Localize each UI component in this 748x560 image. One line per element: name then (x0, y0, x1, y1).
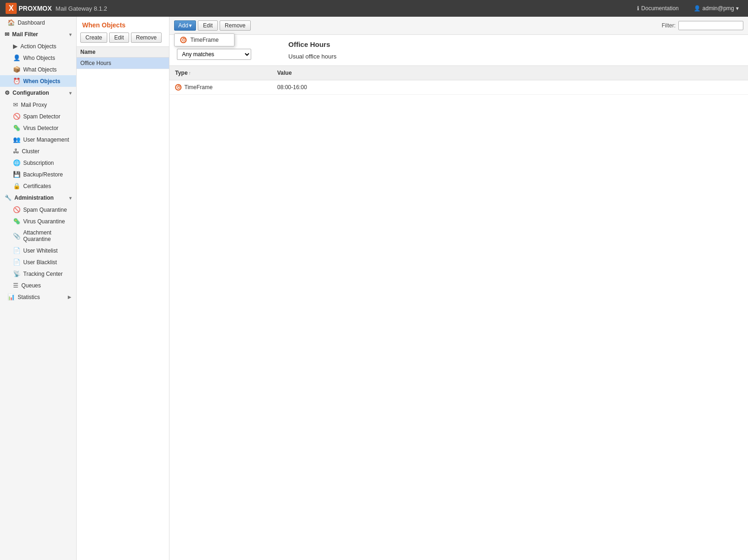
sidebar-item-user-whitelist[interactable]: 📄 User Whitelist (0, 245, 76, 256)
detail-toolbar: Add ▾ ⏱ TimeFrame Edit Remove Filter: (169, 17, 748, 35)
panel-title: When Objects (77, 17, 169, 33)
list-panel: When Objects Create Edit Remove Name Off… (77, 17, 169, 560)
type-cell: ⏱ TimeFrame (169, 82, 272, 92)
object-name: Office Hours (288, 40, 337, 48)
sidebar-item-certificates[interactable]: 🔒 Certificates (0, 180, 76, 192)
panel-toolbar: Create Edit Remove (77, 33, 169, 46)
filter-input[interactable] (678, 21, 743, 30)
type-value: TimeFrame (184, 84, 213, 91)
add-button[interactable]: Add ▾ (174, 20, 196, 31)
sidebar-item-spam-detector[interactable]: 🚫 Spam Detector (0, 111, 76, 122)
administration-icon: 🔧 (5, 195, 12, 201)
add-dropdown: ⏱ TimeFrame (174, 33, 234, 46)
documentation-label: Documentation (641, 5, 679, 12)
type-header-label: Type (175, 70, 188, 76)
sidebar-item-dashboard[interactable]: 🏠 Dashboard (0, 17, 76, 28)
sidebar-item-label: Spam Quarantine (23, 207, 67, 213)
sidebar-item-attachment-quarantine[interactable]: 📎 Attachment Quarantine (0, 227, 76, 245)
chevron-down-icon: ▾ (736, 5, 739, 12)
sidebar-item-label: Spam Detector (23, 113, 60, 120)
virus-detector-icon: 🦠 (13, 124, 20, 131)
edit-button[interactable]: Edit (109, 33, 129, 43)
chevron-icon: ▾ (69, 32, 72, 37)
sidebar-item-user-blacklist[interactable]: 📄 User Blacklist (0, 256, 76, 268)
chevron-icon: ▶ (68, 294, 72, 300)
type-column-header[interactable]: Type ↑ (169, 68, 272, 78)
logo-x-icon: X (6, 3, 17, 14)
dropdown-item-label: TimeFrame (190, 37, 219, 43)
cluster-icon: 🖧 (13, 148, 19, 155)
header-left: X PROXMOX Mail Gateway 8.1.2 (6, 3, 107, 14)
sidebar-item-action-objects[interactable]: ▶ Action Objects (0, 40, 76, 52)
sidebar-item-what-objects[interactable]: 📦 What Objects (0, 64, 76, 75)
user-whitelist-icon: 📄 (13, 247, 20, 254)
admin-button[interactable]: 👤 admin@pmg ▾ (690, 3, 742, 13)
detail-edit-button[interactable]: Edit (198, 20, 218, 31)
sidebar-item-label: Attachment Quarantine (23, 229, 72, 242)
sidebar-item-cluster[interactable]: 🖧 Cluster (0, 145, 76, 157)
sidebar-item-user-management[interactable]: 👥 User Management (0, 134, 76, 145)
sidebar-item-when-objects[interactable]: ⏰ When Objects (0, 75, 76, 87)
action-objects-icon: ▶ (13, 43, 18, 50)
detail-remove-button[interactable]: Remove (220, 20, 251, 31)
sidebar-item-virus-detector[interactable]: 🦠 Virus Detector (0, 122, 76, 134)
match-if-select[interactable]: Any matches All match None match (177, 49, 251, 60)
sidebar-section-mail-filter[interactable]: ✉ Mail Filter ▾ (0, 28, 76, 40)
certificates-icon: 🔒 (13, 182, 20, 189)
sidebar-section-administration[interactable]: 🔧 Administration ▾ (0, 192, 76, 204)
attachment-quarantine-icon: 📎 (13, 233, 20, 240)
sidebar-item-label: User Whitelist (23, 247, 58, 254)
sidebar-item-who-objects[interactable]: 👤 Who Objects (0, 52, 76, 64)
value-text: 08:00-16:00 (277, 84, 307, 91)
sidebar-item-tracking-center[interactable]: 📡 Tracking Center (0, 268, 76, 280)
documentation-button[interactable]: ℹ Documentation (633, 3, 683, 13)
sidebar-item-backup-restore[interactable]: 💾 Backup/Restore (0, 169, 76, 180)
remove-button[interactable]: Remove (131, 33, 162, 43)
sidebar-item-label: Virus Quarantine (23, 218, 65, 225)
sort-arrow: ↑ (189, 71, 191, 76)
content-area: When Objects Create Edit Remove Name Off… (77, 17, 748, 560)
chevron-down-icon: ▾ (189, 22, 192, 29)
chevron-icon: ▾ (69, 91, 72, 96)
proxmox-logo: X PROXMOX (6, 3, 52, 14)
clock-icon: ⏱ (180, 37, 187, 43)
list-item-name: Office Hours (80, 60, 111, 66)
sidebar-item-label: Dashboard (18, 20, 45, 26)
sidebar-item-label: Action Objects (20, 43, 56, 50)
sidebar-item-queues[interactable]: ☰ Queues (0, 280, 76, 291)
list-item[interactable]: Office Hours (77, 58, 169, 69)
header-right: ℹ Documentation 👤 admin@pmg ▾ (633, 3, 742, 13)
sidebar-item-statistics[interactable]: 📊 Statistics ▶ (0, 291, 76, 303)
table-header: Type ↑ Value (169, 66, 748, 80)
admin-label: admin@pmg (702, 5, 734, 12)
sidebar-item-label: Certificates (23, 183, 51, 189)
object-info-field: Office Hours Usual office hours (288, 40, 337, 60)
subscription-icon: 🌐 (13, 159, 20, 166)
dashboard-icon: 🏠 (7, 19, 15, 26)
mail-filter-icon: ✉ (5, 31, 9, 38)
dropdown-item-timeframe[interactable]: ⏱ TimeFrame (175, 34, 234, 46)
statistics-icon: 📊 (7, 293, 15, 300)
value-column-header[interactable]: Value (272, 68, 297, 78)
virus-quarantine-icon: 🦠 (13, 218, 20, 225)
create-button[interactable]: Create (80, 33, 107, 43)
sidebar-item-label: Backup/Restore (23, 171, 63, 178)
filter-label: Filter: (662, 22, 676, 29)
user-management-icon: 👥 (13, 136, 20, 143)
list-header: Name (77, 46, 169, 58)
name-header[interactable]: Name (80, 49, 96, 55)
sidebar-item-spam-quarantine[interactable]: 🚫 Spam Quarantine (0, 204, 76, 215)
sidebar: 🏠 Dashboard ✉ Mail Filter ▾ ▶ Action Obj… (0, 17, 77, 560)
sidebar-item-label: When Objects (23, 78, 60, 85)
sidebar-section-label: Configuration (13, 90, 49, 96)
configuration-icon: ⚙ (5, 90, 10, 96)
sidebar-section-configuration[interactable]: ⚙ Configuration ▾ (0, 87, 76, 99)
sidebar-item-label: Statistics (18, 294, 40, 300)
table-row[interactable]: ⏱ TimeFrame 08:00-16:00 (169, 80, 748, 95)
detail-header-row: Match if Any matches All match None matc… (169, 35, 748, 65)
sidebar-item-virus-quarantine[interactable]: 🦠 Virus Quarantine (0, 215, 76, 227)
app-header: X PROXMOX Mail Gateway 8.1.2 ℹ Documenta… (0, 0, 748, 17)
sidebar-item-subscription[interactable]: 🌐 Subscription (0, 157, 76, 169)
info-icon: ℹ (637, 5, 639, 12)
sidebar-item-mail-proxy[interactable]: ✉ Mail Proxy (0, 99, 76, 111)
